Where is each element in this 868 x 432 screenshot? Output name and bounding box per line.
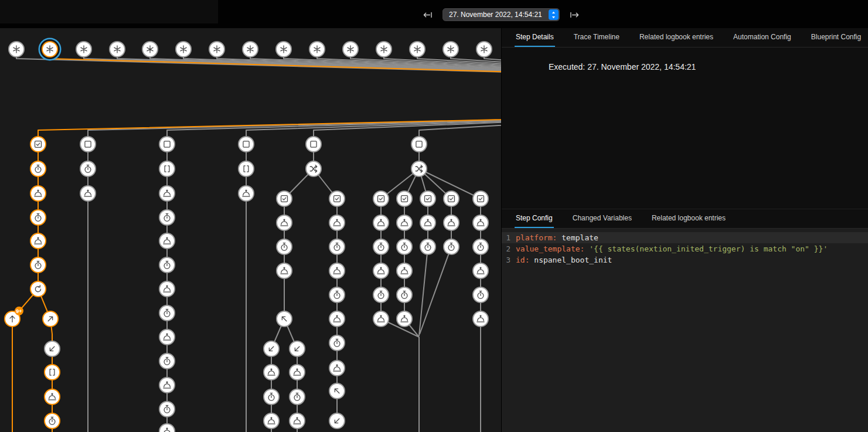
graph-node-service[interactable]: [396, 215, 413, 231]
graph-node-service[interactable]: [159, 233, 175, 249]
config-tab-step-config[interactable]: Step Config: [515, 209, 554, 228]
graph-node-downleft[interactable]: [44, 341, 60, 357]
graph-node-trigger[interactable]: [442, 41, 459, 57]
graph-node-cond[interactable]: [329, 191, 345, 207]
graph-node-service[interactable]: [30, 185, 46, 202]
graph-node-downleft[interactable]: [263, 341, 280, 357]
graph-node-repeat[interactable]: [30, 281, 46, 297]
details-tab-step-details[interactable]: Step Details: [515, 28, 555, 47]
graph-node-service[interactable]: [396, 311, 413, 327]
graph-node-timer[interactable]: [44, 413, 60, 429]
graph-node-timer[interactable]: [30, 161, 46, 177]
graph-node-state[interactable]: [411, 136, 427, 152]
graph-node-service[interactable]: [159, 281, 175, 297]
graph-node-trigger[interactable]: [242, 41, 258, 57]
graph-node-timer[interactable]: [159, 305, 175, 321]
graph-node-trigger[interactable]: [342, 41, 359, 57]
graph-node-cond[interactable]: [443, 191, 459, 207]
graph-node-trigger[interactable]: [76, 41, 92, 57]
graph-node-trigger[interactable]: [309, 41, 325, 57]
details-tab-automation-config[interactable]: Automation Config: [732, 28, 792, 47]
graph-node-cond[interactable]: [396, 191, 413, 207]
graph-node-service[interactable]: [276, 215, 292, 231]
graph-node-service[interactable]: [329, 215, 345, 231]
next-trace-button[interactable]: [567, 8, 583, 22]
graph-node-service[interactable]: [472, 263, 489, 279]
graph-node-timer[interactable]: [329, 239, 345, 255]
graph-node-cond[interactable]: [420, 191, 436, 207]
graph-node-trigger[interactable]: [275, 41, 292, 57]
graph-node-cond[interactable]: [276, 191, 292, 207]
graph-node-trigger[interactable]: [8, 41, 25, 57]
graph-node-state[interactable]: [238, 136, 254, 152]
graph-node-trigger[interactable]: [142, 41, 158, 57]
graph-node-trigger[interactable]: [376, 41, 392, 57]
graph-node-timer[interactable]: [276, 239, 292, 255]
graph-node-timer[interactable]: [472, 239, 489, 255]
graph-node-upright[interactable]: [42, 311, 59, 327]
graph-node-service[interactable]: [276, 263, 292, 279]
graph-node-timer[interactable]: [30, 209, 46, 226]
graph-node-state[interactable]: [80, 136, 96, 152]
graph-node-service[interactable]: [159, 185, 175, 202]
trace-select[interactable]: 27. November 2022, 14:54:21: [442, 8, 560, 21]
graph-node-trigger[interactable]: [109, 41, 125, 57]
graph-node-upleft[interactable]: [276, 311, 292, 327]
graph-node-timer[interactable]: [30, 257, 46, 273]
graph-node-timer[interactable]: [329, 287, 345, 303]
graph-node-cond[interactable]: [30, 136, 46, 152]
graph-node-timer[interactable]: [159, 401, 175, 417]
graph-node-service[interactable]: [373, 215, 389, 231]
graph-node-timer[interactable]: [80, 161, 96, 177]
graph-node-state[interactable]: [159, 136, 175, 152]
graph-node-service[interactable]: [263, 364, 280, 380]
graph-node-service[interactable]: [329, 311, 345, 327]
graph-node-timer[interactable]: [443, 239, 459, 255]
graph-node-timer[interactable]: [289, 389, 305, 405]
graph-node-service[interactable]: [289, 413, 305, 429]
graph-node-timer[interactable]: [373, 239, 389, 255]
graph-node-timer[interactable]: [263, 389, 280, 405]
graph-node-cond[interactable]: [373, 191, 389, 207]
graph-node-timer[interactable]: [329, 335, 345, 351]
graph-node-service[interactable]: [159, 377, 175, 393]
graph-node-downleft[interactable]: [289, 341, 305, 357]
graph-node-timer[interactable]: [159, 257, 175, 273]
graph-node-service[interactable]: [30, 233, 46, 249]
graph-node-downleft[interactable]: [329, 413, 345, 429]
details-tab-related-logbook-entries[interactable]: Related logbook entries: [638, 28, 714, 47]
graph-node-service[interactable]: [289, 364, 305, 380]
graph-node-brackets[interactable]: [159, 161, 175, 177]
graph-node-timer[interactable]: [396, 239, 413, 255]
graph-node-service[interactable]: [263, 413, 280, 429]
graph-node-timer[interactable]: [373, 287, 389, 303]
graph-node-cond[interactable]: [472, 191, 489, 207]
graph-node-trigger[interactable]: [209, 41, 225, 57]
graph-node-service[interactable]: [443, 215, 459, 231]
graph-node-service[interactable]: [238, 185, 254, 202]
graph-node-trigger[interactable]: [42, 41, 58, 57]
graph-node-service[interactable]: [396, 263, 413, 279]
graph-node-timer[interactable]: [420, 239, 436, 255]
graph-node-service[interactable]: [420, 215, 436, 231]
graph-node-service[interactable]: [80, 185, 96, 202]
graph-node-service[interactable]: [159, 329, 175, 345]
graph-node-trigger[interactable]: [409, 41, 426, 57]
graph-node-timer[interactable]: [159, 353, 175, 369]
graph-node-parallel[interactable]: [305, 161, 322, 177]
graph-node-service[interactable]: [472, 311, 489, 327]
graph-node-service[interactable]: [373, 311, 389, 327]
details-tab-blueprint-config[interactable]: Blueprint Config: [810, 28, 862, 47]
graph-node-timer[interactable]: [396, 287, 413, 303]
graph-node-parallel[interactable]: [411, 161, 427, 177]
graph-node-service[interactable]: [472, 215, 489, 231]
config-tab-changed-variables[interactable]: Changed Variables: [571, 209, 633, 228]
graph-node-service[interactable]: [329, 263, 345, 279]
previous-trace-button[interactable]: [420, 8, 435, 22]
graph-node-brackets[interactable]: [44, 364, 60, 380]
graph-node-trigger[interactable]: [175, 41, 192, 57]
graph-node-timer[interactable]: [159, 209, 175, 226]
graph-node-brackets[interactable]: [238, 161, 254, 177]
graph-node-service[interactable]: [373, 263, 389, 279]
graph-node-upleft[interactable]: [329, 383, 345, 399]
